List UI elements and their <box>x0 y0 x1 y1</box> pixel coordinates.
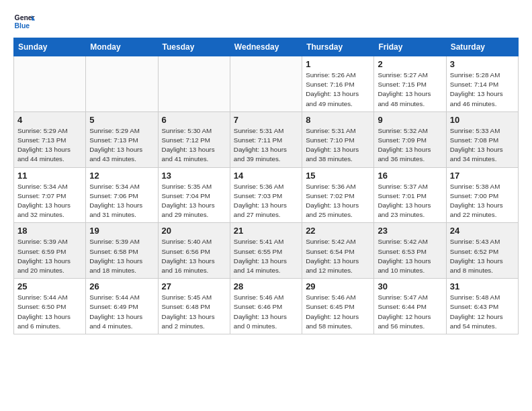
calendar-cell: 29Sunrise: 5:46 AMSunset: 6:45 PMDayligh… <box>302 279 374 334</box>
day-number: 25 <box>17 281 82 291</box>
calendar-cell: 16Sunrise: 5:37 AMSunset: 7:01 PMDayligh… <box>374 167 446 223</box>
day-info: Sunrise: 5:31 AMSunset: 7:10 PMDaylight:… <box>306 126 370 165</box>
weekday-header-thursday: Thursday <box>302 38 374 56</box>
day-number: 30 <box>378 281 442 291</box>
logo: General Blue <box>13 11 35 32</box>
day-number: 23 <box>378 226 442 236</box>
weekday-header-tuesday: Tuesday <box>158 38 230 56</box>
day-number: 5 <box>89 115 154 125</box>
day-number: 12 <box>89 171 154 181</box>
calendar-cell: 12Sunrise: 5:34 AMSunset: 7:06 PMDayligh… <box>86 167 158 223</box>
calendar-cell: 14Sunrise: 5:36 AMSunset: 7:03 PMDayligh… <box>230 167 302 223</box>
calendar-cell: 2Sunrise: 5:27 AMSunset: 7:15 PMDaylight… <box>374 56 446 112</box>
day-number: 31 <box>450 281 515 291</box>
day-info: Sunrise: 5:26 AMSunset: 7:16 PMDaylight:… <box>306 71 370 109</box>
calendar-cell: 13Sunrise: 5:35 AMSunset: 7:04 PMDayligh… <box>158 167 230 223</box>
day-info: Sunrise: 5:43 AMSunset: 6:52 PMDaylight:… <box>450 237 515 275</box>
calendar-cell: 22Sunrise: 5:42 AMSunset: 6:54 PMDayligh… <box>302 223 374 279</box>
week-row-3: 11Sunrise: 5:34 AMSunset: 7:07 PMDayligh… <box>14 167 519 223</box>
day-info: Sunrise: 5:36 AMSunset: 7:02 PMDaylight:… <box>306 182 370 220</box>
day-info: Sunrise: 5:34 AMSunset: 7:06 PMDaylight:… <box>89 182 154 220</box>
day-number: 3 <box>450 59 515 69</box>
calendar-cell: 6Sunrise: 5:30 AMSunset: 7:12 PMDaylight… <box>158 111 230 167</box>
weekday-header-wednesday: Wednesday <box>230 38 302 56</box>
calendar-cell: 10Sunrise: 5:33 AMSunset: 7:08 PMDayligh… <box>446 111 518 167</box>
calendar-cell: 17Sunrise: 5:38 AMSunset: 7:00 PMDayligh… <box>446 167 518 223</box>
calendar-cell: 30Sunrise: 5:47 AMSunset: 6:44 PMDayligh… <box>374 279 446 334</box>
calendar-cell: 27Sunrise: 5:45 AMSunset: 6:48 PMDayligh… <box>158 279 230 334</box>
calendar-cell: 3Sunrise: 5:28 AMSunset: 7:14 PMDaylight… <box>446 56 518 112</box>
day-number: 6 <box>162 115 226 125</box>
svg-text:Blue: Blue <box>15 22 30 30</box>
day-info: Sunrise: 5:39 AMSunset: 6:58 PMDaylight:… <box>89 237 154 275</box>
calendar-cell: 20Sunrise: 5:40 AMSunset: 6:56 PMDayligh… <box>158 223 230 279</box>
calendar-cell <box>230 56 302 112</box>
day-info: Sunrise: 5:47 AMSunset: 6:44 PMDaylight:… <box>378 293 442 331</box>
day-info: Sunrise: 5:44 AMSunset: 6:50 PMDaylight:… <box>17 293 82 331</box>
day-info: Sunrise: 5:48 AMSunset: 6:43 PMDaylight:… <box>450 293 515 331</box>
day-info: Sunrise: 5:42 AMSunset: 6:54 PMDaylight:… <box>306 237 370 275</box>
day-number: 24 <box>450 226 515 236</box>
calendar-cell: 23Sunrise: 5:42 AMSunset: 6:53 PMDayligh… <box>374 223 446 279</box>
day-info: Sunrise: 5:33 AMSunset: 7:08 PMDaylight:… <box>450 126 515 165</box>
calendar-cell: 19Sunrise: 5:39 AMSunset: 6:58 PMDayligh… <box>86 223 158 279</box>
calendar-cell: 11Sunrise: 5:34 AMSunset: 7:07 PMDayligh… <box>14 167 86 223</box>
calendar-cell: 21Sunrise: 5:41 AMSunset: 6:55 PMDayligh… <box>230 223 302 279</box>
calendar-cell: 24Sunrise: 5:43 AMSunset: 6:52 PMDayligh… <box>446 223 518 279</box>
day-info: Sunrise: 5:46 AMSunset: 6:46 PMDaylight:… <box>234 293 298 331</box>
day-number: 11 <box>17 171 82 181</box>
day-number: 17 <box>450 171 515 181</box>
page-header: General Blue <box>13 11 519 32</box>
calendar-cell: 15Sunrise: 5:36 AMSunset: 7:02 PMDayligh… <box>302 167 374 223</box>
day-info: Sunrise: 5:31 AMSunset: 7:11 PMDaylight:… <box>234 126 298 165</box>
weekday-header-row: SundayMondayTuesdayWednesdayThursdayFrid… <box>14 38 519 56</box>
day-info: Sunrise: 5:37 AMSunset: 7:01 PMDaylight:… <box>378 182 442 220</box>
day-info: Sunrise: 5:41 AMSunset: 6:55 PMDaylight:… <box>234 237 298 275</box>
day-number: 7 <box>234 115 298 125</box>
calendar-cell: 18Sunrise: 5:39 AMSunset: 6:59 PMDayligh… <box>14 223 86 279</box>
day-info: Sunrise: 5:28 AMSunset: 7:14 PMDaylight:… <box>450 71 515 109</box>
week-row-5: 25Sunrise: 5:44 AMSunset: 6:50 PMDayligh… <box>14 279 519 334</box>
day-number: 15 <box>306 171 370 181</box>
day-number: 2 <box>378 59 442 69</box>
logo-icon: General Blue <box>13 11 35 32</box>
weekday-header-monday: Monday <box>86 38 158 56</box>
day-info: Sunrise: 5:36 AMSunset: 7:03 PMDaylight:… <box>234 182 298 220</box>
calendar-cell <box>14 56 86 112</box>
calendar-cell: 31Sunrise: 5:48 AMSunset: 6:43 PMDayligh… <box>446 279 518 334</box>
day-info: Sunrise: 5:40 AMSunset: 6:56 PMDaylight:… <box>162 237 226 275</box>
week-row-2: 4Sunrise: 5:29 AMSunset: 7:13 PMDaylight… <box>14 111 519 167</box>
day-number: 4 <box>17 115 82 125</box>
calendar-cell: 8Sunrise: 5:31 AMSunset: 7:10 PMDaylight… <box>302 111 374 167</box>
day-info: Sunrise: 5:30 AMSunset: 7:12 PMDaylight:… <box>162 126 226 165</box>
calendar-cell: 7Sunrise: 5:31 AMSunset: 7:11 PMDaylight… <box>230 111 302 167</box>
week-row-4: 18Sunrise: 5:39 AMSunset: 6:59 PMDayligh… <box>14 223 519 279</box>
day-number: 16 <box>378 171 442 181</box>
day-number: 1 <box>306 59 370 69</box>
day-info: Sunrise: 5:42 AMSunset: 6:53 PMDaylight:… <box>378 237 442 275</box>
day-number: 19 <box>89 226 154 236</box>
day-number: 29 <box>306 281 370 291</box>
calendar-table: SundayMondayTuesdayWednesdayThursdayFrid… <box>13 38 519 334</box>
calendar-cell: 4Sunrise: 5:29 AMSunset: 7:13 PMDaylight… <box>14 111 86 167</box>
calendar-cell: 28Sunrise: 5:46 AMSunset: 6:46 PMDayligh… <box>230 279 302 334</box>
calendar-cell: 9Sunrise: 5:32 AMSunset: 7:09 PMDaylight… <box>374 111 446 167</box>
day-info: Sunrise: 5:27 AMSunset: 7:15 PMDaylight:… <box>378 71 442 109</box>
day-info: Sunrise: 5:34 AMSunset: 7:07 PMDaylight:… <box>17 182 82 220</box>
calendar-cell: 5Sunrise: 5:29 AMSunset: 7:13 PMDaylight… <box>86 111 158 167</box>
day-number: 26 <box>89 281 154 291</box>
day-number: 8 <box>306 115 370 125</box>
day-info: Sunrise: 5:44 AMSunset: 6:49 PMDaylight:… <box>89 293 154 331</box>
day-number: 10 <box>450 115 515 125</box>
calendar-cell: 1Sunrise: 5:26 AMSunset: 7:16 PMDaylight… <box>302 56 374 112</box>
calendar-cell <box>158 56 230 112</box>
calendar-cell: 25Sunrise: 5:44 AMSunset: 6:50 PMDayligh… <box>14 279 86 334</box>
day-info: Sunrise: 5:45 AMSunset: 6:48 PMDaylight:… <box>162 293 226 331</box>
day-number: 21 <box>234 226 298 236</box>
week-row-1: 1Sunrise: 5:26 AMSunset: 7:16 PMDaylight… <box>14 56 519 112</box>
day-info: Sunrise: 5:46 AMSunset: 6:45 PMDaylight:… <box>306 293 370 331</box>
day-info: Sunrise: 5:29 AMSunset: 7:13 PMDaylight:… <box>89 126 154 165</box>
day-number: 28 <box>234 281 298 291</box>
day-number: 20 <box>162 226 226 236</box>
weekday-header-sunday: Sunday <box>14 38 86 56</box>
